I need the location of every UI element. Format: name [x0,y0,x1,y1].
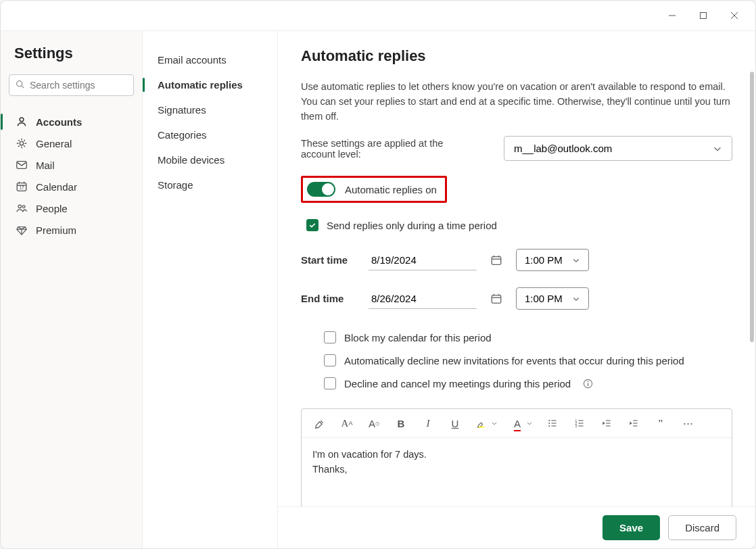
minimize-button[interactable] [657,5,688,26]
svg-point-30 [548,425,550,427]
diamond-icon [16,224,28,236]
end-time-dropdown[interactable]: 1:00 PM [516,287,589,310]
font-color-dropdown[interactable]: A [510,416,533,431]
cancel-meetings-checkbox[interactable] [324,377,336,389]
svg-point-26 [588,381,589,382]
account-dropdown[interactable]: m__lab@outlook.com [504,136,732,161]
highlight-icon [475,416,490,431]
font-family-icon[interactable]: AA [339,416,354,431]
main-panel: Automatic replies Use automatic replies … [278,31,755,548]
time-period-label: Send replies only during a time period [327,220,497,231]
nav-label: General [36,138,72,149]
chevron-down-icon [572,295,580,303]
svg-rect-27 [478,427,484,428]
search-input[interactable] [9,74,134,96]
nav-label: Accounts [36,116,82,128]
mid-automatic-replies[interactable]: Automatic replies [143,72,277,97]
italic-icon[interactable]: I [421,416,435,431]
bullet-list-icon[interactable] [545,416,560,431]
mail-icon [16,159,28,171]
person-icon [16,116,28,128]
svg-rect-1 [701,13,707,19]
svg-point-14 [18,205,22,208]
automatic-replies-toggle-row: Automatic replies on [301,176,447,203]
maximize-button[interactable] [688,5,719,26]
save-button[interactable]: Save [603,515,660,540]
end-time-label: End time [301,293,355,304]
mid-mobile-devices[interactable]: Mobile devices [143,147,277,172]
discard-button[interactable]: Discard [668,515,736,540]
nav-calendar[interactable]: 17 Calendar [9,176,134,197]
nav-general[interactable]: General [9,133,134,154]
nav-mail[interactable]: Mail [9,154,134,176]
font-size-icon[interactable]: A◇ [367,416,381,431]
people-icon [16,202,28,214]
svg-point-28 [548,420,550,421]
calendar-icon: 17 [16,181,28,193]
close-button[interactable] [719,5,750,26]
toggle-knob [322,183,334,195]
footer-actions: Save Discard [278,506,755,548]
settings-sidebar: Settings Accounts General [1,31,143,548]
paint-format-icon[interactable] [312,416,327,431]
svg-rect-16 [492,256,501,264]
decline-new-label: Automatically decline new invitations fo… [344,355,684,366]
window-titlebar [1,1,755,30]
svg-text:17: 17 [19,185,24,190]
page-heading: Automatic replies [301,47,732,65]
svg-point-29 [548,423,550,424]
mid-email-accounts[interactable]: Email accounts [143,47,277,72]
svg-rect-8 [17,162,26,169]
indent-icon[interactable] [626,416,641,431]
time-period-checkbox[interactable] [306,219,318,231]
gear-icon [16,137,28,149]
svg-rect-20 [492,295,501,303]
reply-editor: AA A◇ B I U A 12 [301,408,732,506]
underline-icon[interactable]: U [448,416,463,431]
svg-point-6 [20,118,24,122]
nav-premium[interactable]: Premium [9,219,134,241]
more-options-icon[interactable]: ⋯ [680,416,695,431]
svg-text:3: 3 [575,425,577,428]
mid-signatures[interactable]: Signatures [143,97,277,122]
account-level-label: These settings are applied at the accoun… [301,138,477,160]
toggle-label: Automatic replies on [345,184,437,195]
start-time-label: Start time [301,254,355,266]
automatic-replies-toggle[interactable] [307,182,335,197]
settings-title: Settings [14,45,128,62]
block-calendar-label: Block my calendar for this period [344,332,492,343]
accounts-subsidebar: Email accounts Automatic replies Signatu… [143,31,278,548]
quote-icon[interactable]: " [653,416,668,431]
highlight-dropdown[interactable] [475,416,498,431]
cancel-meetings-label: Decline and cancel my meetings during th… [344,378,571,389]
chevron-down-icon [713,144,722,153]
numbered-list-icon[interactable]: 123 [572,416,587,431]
nav-label: Premium [36,224,76,236]
nav-accounts[interactable]: Accounts [9,111,134,133]
mid-categories[interactable]: Categories [143,122,277,147]
calendar-picker-icon[interactable] [490,293,502,305]
nav-label: Calendar [36,181,77,193]
info-icon[interactable] [583,379,593,389]
block-calendar-checkbox[interactable] [324,331,336,343]
chevron-down-icon [572,256,580,264]
bold-icon[interactable]: B [394,416,408,431]
start-time-dropdown[interactable]: 1:00 PM [516,249,589,271]
account-selected: m__lab@outlook.com [514,143,612,154]
reply-body[interactable]: I'm on vacation for 7 days. Thanks, [302,438,732,506]
end-date-input[interactable] [369,289,477,309]
calendar-picker-icon[interactable] [490,254,502,266]
decline-new-checkbox[interactable] [324,354,336,366]
svg-point-4 [17,81,22,87]
nav-label: People [36,203,68,214]
start-date-input[interactable] [369,250,477,270]
font-color-icon: A [510,416,525,431]
vertical-scrollbar[interactable] [750,72,754,342]
svg-line-5 [22,86,24,88]
chevron-down-icon [526,420,533,427]
search-icon [16,80,24,89]
mid-storage[interactable]: Storage [143,172,277,197]
outdent-icon[interactable] [599,416,614,431]
nav-label: Mail [36,160,55,171]
nav-people[interactable]: People [9,197,134,219]
